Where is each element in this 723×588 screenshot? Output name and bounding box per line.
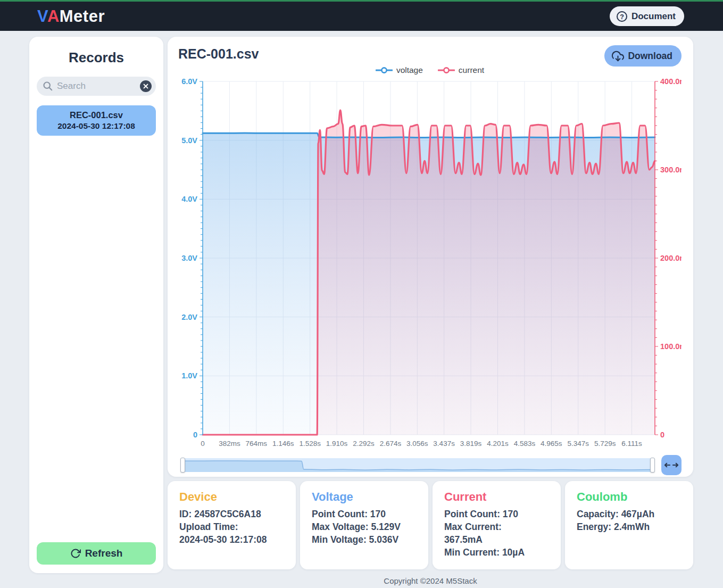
device-card: Device ID: 24587C5C6A18Upload Time:2024-…	[168, 481, 296, 569]
voltage-marker-icon	[376, 67, 393, 73]
svg-text:3.437s: 3.437s	[433, 440, 455, 448]
legend-label-current: current	[459, 65, 484, 75]
refresh-button[interactable]: Refresh	[37, 542, 156, 565]
svg-text:3.819s: 3.819s	[460, 440, 482, 448]
svg-text:0: 0	[660, 430, 664, 439]
x-icon	[143, 84, 148, 89]
record-list-item[interactable]: REC-001.csv 2024-05-30 12:17:08	[37, 105, 156, 136]
svg-text:1.910s: 1.910s	[326, 440, 348, 448]
current-marker-icon	[438, 67, 455, 73]
left-right-arrows-icon	[664, 461, 679, 469]
svg-text:3.0V: 3.0V	[181, 254, 197, 262]
card-line: Point Count: 170	[312, 508, 417, 520]
voltage-current-chart[interactable]: 6.0V5.0V4.0V3.0V2.0V1.0V0400.0mA300.0mA2…	[178, 77, 682, 450]
card-line: 2024-05-30 12:17:08	[179, 533, 284, 546]
stats-row: Device ID: 24587C5C6A18Upload Time:2024-…	[168, 481, 693, 569]
clear-search-icon[interactable]	[140, 80, 152, 92]
cloud-download-icon	[612, 50, 624, 62]
voltage-card-title: Voltage	[312, 490, 417, 504]
svg-text:100.0mA: 100.0mA	[660, 342, 682, 351]
svg-text:2.292s: 2.292s	[353, 440, 375, 448]
card-line: ID: 24587C5C6A18	[179, 508, 284, 520]
svg-text:300.0mA: 300.0mA	[660, 165, 682, 174]
search-icon	[43, 81, 53, 92]
refresh-icon	[70, 548, 81, 559]
logo-text: Meter	[60, 7, 105, 26]
legend-item-voltage[interactable]: voltage	[376, 65, 423, 75]
card-line: Min Current: 10µA	[444, 546, 549, 559]
current-card: Current Point Count: 170Max Current:367.…	[433, 481, 561, 569]
svg-text:4.583s: 4.583s	[514, 440, 536, 448]
svg-text:5.0V: 5.0V	[181, 136, 197, 145]
download-button-label: Download	[628, 51, 672, 62]
records-sidebar: Records REC-001.csv 2024-05-30 12:17:08	[29, 37, 163, 573]
svg-text:764ms: 764ms	[246, 440, 268, 448]
app-logo: VAMeter	[37, 7, 105, 26]
svg-text:1.528s: 1.528s	[299, 440, 321, 448]
svg-text:0: 0	[201, 440, 205, 448]
card-line: Capacity: 467µAh	[577, 508, 682, 520]
page-title: REC-001.csv	[178, 46, 259, 62]
record-name: REC-001.csv	[40, 110, 153, 120]
svg-text:2.674s: 2.674s	[380, 440, 402, 448]
card-line: Upload Time:	[179, 520, 284, 533]
chart-zoom-bar	[178, 455, 682, 475]
svg-text:4.201s: 4.201s	[487, 440, 509, 448]
document-button-label: Document	[631, 11, 676, 22]
card-line: Min Voltage: 5.036V	[312, 533, 417, 546]
legend-item-current[interactable]: current	[438, 65, 484, 75]
svg-text:0: 0	[193, 430, 197, 439]
svg-text:?: ?	[620, 13, 624, 20]
zoom-handle-left[interactable]	[180, 458, 185, 473]
voltage-card-lines: Point Count: 170Max Voltage: 5.129VMin V…	[312, 508, 417, 546]
main-panel: REC-001.csv Download voltage	[168, 37, 693, 585]
record-timestamp: 2024-05-30 12:17:08	[40, 121, 153, 131]
logo-letter-a: A	[47, 7, 60, 26]
svg-text:5.347s: 5.347s	[567, 440, 589, 448]
logo-letter-v: V	[37, 7, 47, 26]
refresh-button-label: Refresh	[85, 548, 123, 559]
zoom-slider-track[interactable]	[182, 458, 653, 472]
records-title: Records	[37, 49, 156, 66]
navbar: VAMeter ? Document	[0, 2, 723, 31]
svg-text:382ms: 382ms	[219, 440, 240, 448]
svg-text:2.0V: 2.0V	[181, 313, 197, 321]
pan-toggle-button[interactable]	[661, 455, 682, 475]
svg-text:1.146s: 1.146s	[272, 440, 294, 448]
device-card-title: Device	[179, 490, 284, 504]
help-icon: ?	[616, 11, 628, 22]
current-card-title: Current	[444, 490, 549, 504]
svg-text:1.0V: 1.0V	[181, 371, 197, 380]
device-card-lines: ID: 24587C5C6A18Upload Time:2024-05-30 1…	[179, 508, 284, 546]
current-card-lines: Point Count: 170Max Current:367.5mAMin C…	[444, 508, 549, 559]
svg-text:400.0mA: 400.0mA	[660, 77, 682, 86]
download-button[interactable]: Download	[604, 45, 682, 67]
coulomb-card: Coulomb Capacity: 467µAhEnergy: 2.4mWh	[565, 481, 693, 569]
svg-text:6.111s: 6.111s	[621, 440, 642, 448]
chart-card: REC-001.csv Download voltage	[168, 37, 693, 477]
voltage-card: Voltage Point Count: 170Max Voltage: 5.1…	[300, 481, 428, 569]
coulomb-card-lines: Capacity: 467µAhEnergy: 2.4mWh	[577, 508, 682, 533]
zoom-handle-right[interactable]	[650, 458, 655, 473]
card-line: Max Current:	[444, 520, 549, 533]
chart-legend: voltage current	[178, 63, 682, 77]
card-line: Point Count: 170	[444, 508, 549, 520]
legend-label-voltage: voltage	[396, 65, 423, 75]
zoom-preview-minichart	[182, 458, 653, 472]
card-line: Max Voltage: 5.129V	[312, 520, 417, 533]
search-input[interactable]	[37, 77, 156, 96]
svg-text:4.0V: 4.0V	[181, 195, 197, 203]
card-line: 367.5mA	[444, 533, 549, 546]
document-button[interactable]: ? Document	[610, 6, 684, 26]
coulomb-card-title: Coulomb	[577, 490, 682, 504]
copyright-footer: Copyright ©2024 M5Stack	[168, 576, 693, 585]
svg-text:3.056s: 3.056s	[406, 440, 428, 448]
svg-text:4.965s: 4.965s	[541, 440, 562, 448]
svg-text:200.0mA: 200.0mA	[660, 254, 682, 262]
svg-text:5.729s: 5.729s	[594, 440, 616, 448]
card-line: Energy: 2.4mWh	[577, 520, 682, 533]
search-box	[37, 77, 156, 96]
content-area: Records REC-001.csv 2024-05-30 12:17:08	[0, 31, 723, 585]
svg-text:6.0V: 6.0V	[181, 77, 197, 86]
